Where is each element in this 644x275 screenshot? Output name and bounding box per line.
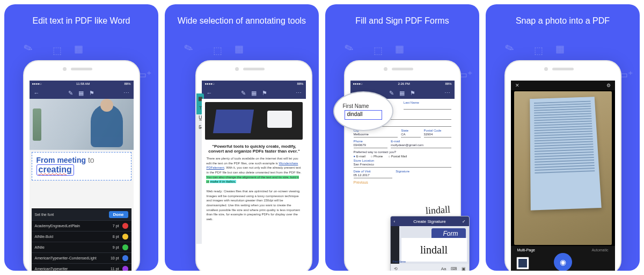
camera-icon: ◉ <box>560 258 566 266</box>
font-size: 7 pt <box>113 224 119 228</box>
date-label: Date of Visit <box>354 170 393 173</box>
more-icon[interactable]: ⋯ <box>444 90 450 97</box>
bookmark-icon[interactable]: ⚑ <box>262 90 267 97</box>
promo-card-2: ✎ ⬚ ▦ ▭⁺ Wide selection of annotating to… <box>165 4 319 271</box>
highlight-cyan[interactable]: make it in italics. <box>210 180 236 183</box>
last-capture-thumbnail[interactable] <box>516 257 529 270</box>
pen-icon[interactable]: ✎ <box>241 90 246 97</box>
state-label: State <box>401 129 420 132</box>
date-input[interactable]: 05.12.2017 <box>354 173 393 178</box>
doc-quote: "Powerful tools to quickly create, modif… <box>202 143 306 155</box>
back-icon[interactable]: ← <box>34 90 40 96</box>
grid-icon[interactable]: ▦ <box>399 90 405 97</box>
bg-grid-icon: ▦ <box>555 43 565 55</box>
promo-card-4: ✎ ⬚ ▦ ▭⁺ Snap a photo into a PDF ✕ ⚙ Mul… <box>486 4 640 271</box>
sig-side-toolbar[interactable] <box>391 226 399 264</box>
store-label: Store Location <box>354 159 451 162</box>
carrier-dots: ●●●●○ <box>204 82 214 85</box>
scanned-paper <box>530 97 602 210</box>
sig-back-icon[interactable]: ‹ <box>394 219 396 224</box>
image-icon[interactable]: ▣ <box>462 266 466 271</box>
grid-icon[interactable]: ▦ <box>251 90 257 97</box>
pref-contact-label: Preferred way to contact you? <box>354 150 451 154</box>
bg-pen-icon: ✎ <box>503 41 516 56</box>
pen-icon[interactable]: ✎ <box>389 90 394 97</box>
edit-text-to: to <box>86 156 94 164</box>
postal-input[interactable]: 32904 <box>424 133 451 138</box>
font-color-swatch[interactable] <box>122 223 128 229</box>
radio-phone[interactable]: Phone <box>371 155 383 158</box>
font-size: 9 pt <box>113 245 119 249</box>
radio-email[interactable]: E-mail <box>354 155 365 158</box>
flash-off-icon[interactable]: ✕ <box>515 83 519 88</box>
font-row[interactable]: AlNile-Bold8 pt <box>32 231 131 242</box>
carrier-dots: ●●●●○ <box>32 82 42 85</box>
phone-input[interactable]: 0343679 <box>354 143 388 148</box>
form-field-zoom: First Name dindall <box>333 91 393 131</box>
annotation-toolbar[interactable]: ◎ T ▭ ✎ ✏ ⌫ ✦ 🖌 ⎋ ▆ T U̲ S̶ <box>195 93 196 244</box>
status-time: 2:26 PM <box>398 82 409 85</box>
more-icon[interactable]: ⋯ <box>123 90 129 97</box>
style-icon[interactable]: Aa <box>441 266 447 271</box>
mode-multipage[interactable]: Multi-Page <box>517 248 535 252</box>
bg-pen-icon: ✎ <box>182 41 195 56</box>
first-name-input[interactable]: dindall <box>345 110 382 120</box>
bg-bookmark-icon: ⬚ <box>53 45 62 56</box>
font-name: AlNile <box>35 245 109 249</box>
phone-mockup: ●●●●○ 2:26 PM 88% ← ✎ ▦ ⚑ ⋯ Last Name <box>344 60 461 271</box>
font-row[interactable]: AmericanTypewriter11 pt <box>32 263 131 271</box>
previous-link[interactable]: Previous <box>354 180 451 184</box>
font-name: AlNile-Bold <box>35 235 109 238</box>
sig-bottom-bar: ⟲ Aa ⌨ ▣ <box>391 264 469 271</box>
doc-text: Web ready: Creates files that are optimi… <box>206 190 300 221</box>
city-input[interactable]: Melbourne <box>354 133 398 138</box>
phone-mockup: ◎ T ▭ ✎ ✏ ⌫ ✦ 🖌 ⎋ ▆ T U̲ S̶ ●●●●○ 88% <box>195 60 312 271</box>
font-row[interactable]: AlNile9 pt <box>32 242 131 252</box>
last-name-input[interactable] <box>404 105 451 110</box>
undo-icon[interactable]: ⟲ <box>394 266 398 271</box>
bookmark-icon[interactable]: ⚑ <box>89 90 94 97</box>
status-battery: 88% <box>297 82 303 85</box>
card-title: Edit text in PDF like Word <box>27 16 136 26</box>
bookmark-icon[interactable]: ⚑ <box>410 90 415 97</box>
font-size: 11 pt <box>111 267 119 271</box>
sig-confirm-icon[interactable]: ✓ <box>462 219 466 224</box>
state-input[interactable]: CA <box>401 133 420 138</box>
keyboard-icon[interactable]: ⌨ <box>451 266 457 271</box>
font-color-swatch[interactable] <box>122 266 128 271</box>
store-input[interactable]: San Francisco <box>354 163 451 168</box>
done-button[interactable]: Done <box>109 211 128 218</box>
postal-label: Postal Code <box>424 129 451 132</box>
camera-screen: ✕ ⚙ Multi-Page Automatic ◉ <box>511 81 615 271</box>
doc-body[interactable]: There are plenty of tools available on t… <box>202 155 306 223</box>
mode-automatic[interactable]: Automatic <box>591 248 608 252</box>
camera-settings-icon[interactable]: ⚙ <box>606 83 611 88</box>
shutter-button[interactable]: ◉ <box>554 253 572 271</box>
phone-mockup: ●●●●○ 11:58 AM 88% ← ✎ ▦ ⚑ ⋯ From mee <box>23 60 140 271</box>
font-name: AmericanTypewriter-CondensedLight <box>35 256 107 260</box>
bg-bookmark-icon: ⬚ <box>534 45 543 56</box>
radio-postal[interactable]: Postal Mail <box>388 155 407 158</box>
font-color-swatch[interactable] <box>122 244 128 250</box>
grid-icon[interactable]: ▦ <box>78 90 84 97</box>
back-icon[interactable]: ← <box>206 90 212 96</box>
font-color-swatch[interactable] <box>122 255 128 261</box>
bg-pen-icon: ✎ <box>21 41 34 56</box>
pen-icon[interactable]: ✎ <box>68 90 73 97</box>
edit-text-cursor[interactable]: creating <box>36 164 74 176</box>
font-row[interactable]: AcademyEngravedLetPlain7 pt <box>32 220 131 231</box>
font-color-swatch[interactable] <box>122 234 128 240</box>
font-size: 8 pt <box>113 235 119 238</box>
signature-canvas[interactable]: lindall <box>401 238 467 262</box>
more-icon[interactable]: ⋯ <box>296 90 302 97</box>
create-signature-panel: ‹ Create Signature ✓ Form lindall First … <box>390 216 470 271</box>
text-style-icon[interactable]: T <box>199 105 202 111</box>
text-edit-box[interactable]: From meeting to creating <box>32 152 131 180</box>
font-panel-title: Set the font <box>35 213 54 216</box>
email-input[interactable]: mollydean@gmail.com <box>391 143 451 148</box>
pref-contact-radios[interactable]: E-mail Phone Postal Mail <box>354 155 451 158</box>
document-screen: "Powerful tools to quickly create, modif… <box>202 99 306 271</box>
font-row[interactable]: AmericanTypewriter-CondensedLight10 pt <box>32 252 131 263</box>
email-label: E-mail <box>391 140 451 143</box>
camera-viewfinder[interactable] <box>514 91 612 245</box>
